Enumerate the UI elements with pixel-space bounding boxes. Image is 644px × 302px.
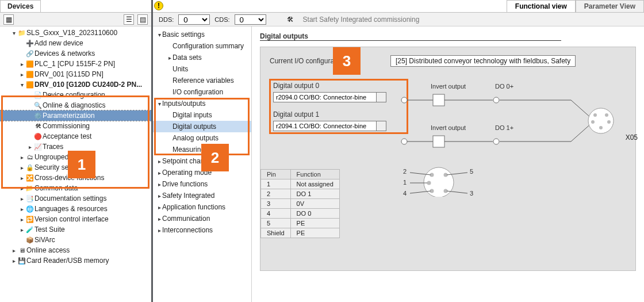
nav-item[interactable]: I/O configuration <box>153 86 251 98</box>
nav-group[interactable]: ▾Basic settings <box>153 29 251 40</box>
nav-group[interactable]: ▸Application functions <box>153 201 251 213</box>
do0-invert-label: Invert output <box>431 83 466 90</box>
do1-source-input[interactable] <box>273 121 377 131</box>
svg-point-4 <box>493 97 499 103</box>
tree-item[interactable]: ▸🔒Security settings <box>0 162 151 173</box>
dds-select[interactable]: 0 <box>178 14 210 25</box>
do1-invert-label: Invert output <box>431 124 466 131</box>
table-row: 5PE <box>261 219 340 228</box>
nav-item[interactable]: Digital inputs <box>153 109 251 121</box>
svg-point-14 <box>588 108 614 133</box>
do0-source-input[interactable] <box>273 92 377 102</box>
tree-item[interactable]: ▸🖥Online access <box>0 245 151 255</box>
svg-rect-9 <box>433 136 444 147</box>
tree-item[interactable]: ▸🌐Languages & resources <box>0 204 151 214</box>
nav-item[interactable]: Reference variables <box>153 75 251 86</box>
tree-item[interactable]: 📄Device configuration <box>0 90 151 100</box>
tree-item[interactable]: ▸🟧DRV_001 [G115D PN] <box>0 69 151 79</box>
pin-assignment-table: PinFunction1Not assigned2DO 130V4DO 05PE… <box>260 169 340 238</box>
svg-point-19 <box>599 126 603 129</box>
nav-item[interactable]: Units <box>153 63 251 75</box>
view-mode2-icon[interactable]: ▤ <box>137 14 148 25</box>
tree-collapse-icon[interactable]: ▦ <box>3 14 14 25</box>
tree-item[interactable]: ▸📈Traces <box>0 142 151 152</box>
svg-line-30 <box>447 191 467 193</box>
tree-item[interactable]: ➕Add new device <box>0 38 151 48</box>
current-io-value: [25] Distributed conveyor technology wit… <box>390 55 576 67</box>
parameter-nav-tree[interactable]: 2 ▾Basic settingsConfiguration summary▸D… <box>153 26 252 302</box>
svg-point-17 <box>591 120 595 124</box>
svg-point-25 <box>444 189 448 193</box>
pin2-label: 2 <box>403 168 407 175</box>
nav-group[interactable]: ▸Safety Integrated <box>153 190 251 201</box>
tree-item[interactable]: 📦SiVArc <box>0 235 151 245</box>
tree-item[interactable]: 🔍Online & diagnostics <box>0 100 151 110</box>
current-io-label: Current I/O configuration <box>270 57 333 65</box>
alert-icon[interactable]: ! <box>154 1 163 10</box>
wrench-icon: 🛠 <box>287 16 294 24</box>
svg-line-26 <box>410 173 431 175</box>
tab-parameter-view[interactable]: Parameter View <box>576 0 644 12</box>
tree-item[interactable]: ▸🗂Ungrouped devices <box>0 152 151 162</box>
svg-point-24 <box>430 189 434 193</box>
tree-item[interactable]: ▸🔁Version control interface <box>0 214 151 224</box>
svg-point-18 <box>607 120 611 124</box>
tree-item[interactable]: ▸🧪Test Suite <box>0 224 151 235</box>
table-row: 2DO 1 <box>261 189 340 199</box>
tab-devices[interactable]: Devices <box>0 0 41 12</box>
do1-source-picker-button[interactable] <box>376 121 386 131</box>
nav-group[interactable]: ▸Setpoint channel <box>153 155 251 167</box>
tree-item[interactable]: ▸🟧PLC_1 [CPU 1515F-2 PN] <box>0 59 151 69</box>
nav-item[interactable]: Analog outputs <box>153 132 251 144</box>
tree-item[interactable]: 🔗Devices & networks <box>0 48 151 59</box>
do0-source-picker-button[interactable] <box>376 92 386 102</box>
tree-item[interactable]: 🛠Commissioning <box>0 121 151 131</box>
table-row: ShieldPE <box>261 228 340 238</box>
right-tab-bar: ! Functional view Parameter View <box>153 0 644 13</box>
tree-item[interactable]: ▸💾Card Reader/USB memory <box>0 255 151 266</box>
project-tree[interactable]: ▾📁SLS_Gxxx_V18_2023110600➕Add new device… <box>0 26 151 302</box>
do0-title: Digital output 0 <box>273 82 404 90</box>
nav-group[interactable]: ▸Interconnections <box>153 224 251 236</box>
table-header: Pin <box>261 170 291 179</box>
pin1-label: 1 <box>403 179 407 186</box>
svg-line-28 <box>410 191 431 193</box>
current-io-row: Current I/O configuration [25] Distribut… <box>270 55 626 67</box>
svg-point-7 <box>401 139 407 144</box>
digital-outputs-group: Digital output 0 Digital output 1 <box>270 79 408 133</box>
tree-item[interactable]: ▾🟧DRV_010 [G120D CU240D-2 PN... <box>0 79 151 90</box>
pin5-label: 5 <box>470 168 473 175</box>
view-mode-icon[interactable]: ☰ <box>124 14 134 25</box>
tree-item[interactable]: ▸📂Common data <box>0 183 151 193</box>
tree-item[interactable]: 🔴Acceptance test <box>0 131 151 142</box>
nav-item[interactable]: Configuration summary <box>153 40 251 52</box>
table-row: 30V <box>261 199 340 209</box>
svg-point-20 <box>424 167 454 197</box>
start-safety-button[interactable]: Start Safety Integrated commissioning <box>303 16 420 24</box>
tree-item[interactable]: ▸🔀Cross-device functions <box>0 173 151 183</box>
left-toolstrip: ▦ ☰ ▤ <box>0 13 151 26</box>
svg-point-15 <box>593 113 597 117</box>
tree-item[interactable]: ▸📑Documentation settings <box>0 193 151 204</box>
do1-port-label: DO 1+ <box>495 124 513 131</box>
nav-item[interactable]: ▸Data sets <box>153 52 251 63</box>
nav-item[interactable]: Digital outputs <box>153 121 251 132</box>
connector-x05-label: X05 <box>626 133 638 142</box>
svg-point-21 <box>430 173 434 177</box>
nav-item[interactable]: Measuring probe <box>153 144 251 155</box>
dds-label: DDS: <box>159 16 174 23</box>
svg-line-13 <box>571 123 592 142</box>
page-title: Digital outputs <box>260 32 561 41</box>
nav-group[interactable]: ▸Operating mode <box>153 167 251 178</box>
tree-item[interactable]: ⚙️Parameterization <box>0 110 151 121</box>
svg-point-23 <box>427 181 431 185</box>
nav-group[interactable]: ▸Drive functions <box>153 178 251 190</box>
svg-point-11 <box>493 139 499 144</box>
pin3-label: 3 <box>470 190 473 197</box>
nav-group[interactable]: ▸Communication <box>153 213 251 224</box>
cds-select[interactable]: 0 <box>235 14 266 25</box>
svg-point-22 <box>444 173 448 177</box>
nav-group[interactable]: ▾Inputs/outputs <box>153 98 251 109</box>
tree-item[interactable]: ▾📁SLS_Gxxx_V18_2023110600 <box>0 28 151 38</box>
tab-functional-view[interactable]: Functional view <box>507 0 576 12</box>
